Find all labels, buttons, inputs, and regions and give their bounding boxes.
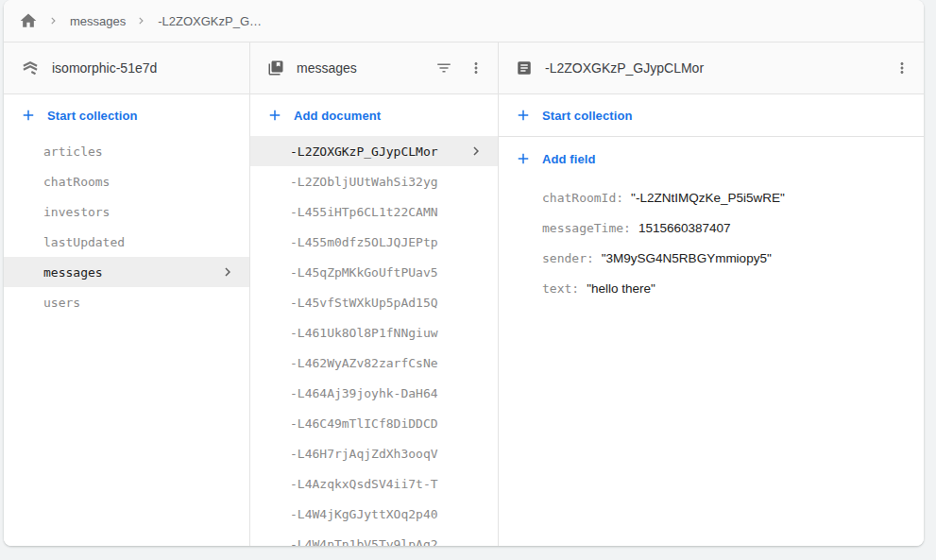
document-list-item[interactable]: -L45qZpMKkGoUftPUav5 <box>250 257 498 287</box>
collection-name: chatRooms <box>43 175 110 189</box>
collection-icon <box>267 59 284 76</box>
collection-list-item[interactable]: chatRooms <box>4 166 249 196</box>
collection-list-item[interactable]: investors <box>4 196 249 227</box>
document-column-body: Start collection Add field chatRoomId: "… <box>499 94 924 546</box>
chevron-right-icon <box>134 13 149 28</box>
add-field-label: Add field <box>542 152 596 166</box>
collection-column-body: Add document -L2ZOXGKzP_GJypCLMor -L2ZOb… <box>250 94 498 546</box>
document-list-item[interactable]: -L46H7rjAqjZdXh3ooqV <box>250 438 498 468</box>
start-collection-button[interactable]: Start collection <box>4 94 249 136</box>
document-list-item[interactable]: -L455iHTp6CL1t22CAMN <box>250 196 498 227</box>
document-list-item[interactable]: -L4W4nTn1bV5Ty9lpAg2 <box>250 529 498 546</box>
document-icon <box>516 59 533 76</box>
collection-column-header: messages <box>250 42 498 94</box>
field-key: text: <box>542 281 579 296</box>
collection-list-item[interactable]: users <box>4 287 249 317</box>
collection-list-item[interactable]: articles <box>4 136 249 166</box>
field-key: sender: <box>542 251 594 265</box>
panel-columns: isomorphic-51e7d Start collection articl… <box>4 42 924 546</box>
fields-list: chatRoomId: "-L2ZNtIMQzKe_P5i5wRE" messa… <box>499 180 924 303</box>
document-id: -L45qZpMKkGoUftPUav5 <box>290 265 438 280</box>
breadcrumb-document[interactable]: -L2ZOXGKzP_G… <box>158 14 262 28</box>
document-column: -L2ZOXGKzP_GJypCLMor Start collection <box>499 42 924 546</box>
start-collection-label: Start collection <box>542 109 633 123</box>
document-list-item[interactable]: -L455m0dfz5OLJQJEPtp <box>250 227 498 257</box>
document-id: -L46H7rjAqjZdXh3ooqV <box>290 447 438 461</box>
document-id: -L455iHTp6CL1t22CAMN <box>290 205 438 219</box>
document-column-header: -L2ZOXGKzP_GJypCLMor <box>499 42 924 94</box>
field-value: "3M9ySG4N5RBGYmmiopy5" <box>602 251 772 265</box>
field-row[interactable]: chatRoomId: "-L2ZNtIMQzKe_P5i5wRE" <box>499 182 924 212</box>
document-id: -L462WyAZv82zarfCsNe <box>290 356 438 370</box>
document-list-item[interactable]: -L45vfStWXkUp5pAd15Q <box>250 287 498 317</box>
firestore-data-panel: messages -L2ZOXGKzP_G… isomorphic-51e7d <box>4 0 924 546</box>
project-title: isomorphic-51e7d <box>52 60 236 76</box>
root-column: isomorphic-51e7d Start collection articl… <box>4 42 250 546</box>
document-id: -L45vfStWXkUp5pAd15Q <box>290 296 438 310</box>
start-collection-label: Start collection <box>47 109 138 123</box>
add-field-button[interactable]: Add field <box>499 137 924 180</box>
document-id: -L4W4nTn1bV5Ty9lpAg2 <box>290 537 438 547</box>
add-document-button[interactable]: Add document <box>250 94 498 136</box>
document-list-item[interactable]: -L2ZObljUUtWahSi32yg <box>250 166 498 196</box>
collection-title: messages <box>297 60 423 76</box>
breadcrumb-collection[interactable]: messages <box>70 14 126 28</box>
plus-icon <box>266 107 283 124</box>
kebab-menu-icon[interactable] <box>893 59 910 76</box>
document-title: -L2ZOXGKzP_GJypCLMor <box>545 60 881 76</box>
document-list-item[interactable]: -L46C49mTlICf8DiDDCD <box>250 408 498 438</box>
document-id: -L2ZObljUUtWahSi32yg <box>290 175 438 189</box>
document-list-item[interactable]: -L461Uk8Ol8P1fNNgiuw <box>250 317 498 348</box>
document-id: -L4AzqkxQsdSV4ii7t-T <box>290 477 438 491</box>
document-id: -L455m0dfz5OLJQJEPtp <box>290 235 438 249</box>
documents-list: -L2ZOXGKzP_GJypCLMor -L2ZObljUUtWahSi32y… <box>250 136 498 546</box>
collection-list-item[interactable]: lastUpdated <box>4 227 249 257</box>
collection-name: messages <box>43 265 103 280</box>
document-list-item[interactable]: -L462WyAZv82zarfCsNe <box>250 348 498 378</box>
field-value: "-L2ZNtIMQzKe_P5i5wRE" <box>631 191 785 205</box>
database-icon <box>21 59 40 77</box>
root-column-body: Start collection articles chatRooms <box>4 94 249 546</box>
collection-name: articles <box>43 144 103 159</box>
filter-list-icon[interactable] <box>435 59 452 76</box>
field-key: chatRoomId: <box>542 191 623 205</box>
document-id: -L2ZOXGKzP_GJypCLMor <box>290 144 438 159</box>
document-id: -L46C49mTlICf8DiDDCD <box>290 416 438 431</box>
chevron-right-icon <box>468 143 485 160</box>
chevron-right-icon <box>219 263 236 280</box>
collections-list: articles chatRooms investors <box>4 136 249 317</box>
document-id: -L4W4jKgGJyttXOq2p40 <box>290 507 438 521</box>
field-key: messageTime: <box>542 221 631 235</box>
document-id: -L464Aj39joyhk-DaH64 <box>290 386 438 400</box>
breadcrumb: messages -L2ZOXGKzP_G… <box>4 0 924 42</box>
document-id: -L461Uk8Ol8P1fNNgiuw <box>290 326 438 340</box>
document-list-item[interactable]: -L4AzqkxQsdSV4ii7t-T <box>250 468 498 499</box>
field-value: "hello there" <box>587 281 655 296</box>
start-collection-button[interactable]: Start collection <box>499 94 924 137</box>
collection-name: lastUpdated <box>43 235 125 249</box>
collection-name: investors <box>43 205 110 219</box>
collection-name: users <box>43 296 80 310</box>
document-list-item[interactable]: -L4W4jKgGJyttXOq2p40 <box>250 499 498 529</box>
chevron-right-icon <box>46 13 61 28</box>
plus-icon <box>515 150 532 167</box>
root-column-header: isomorphic-51e7d <box>4 42 249 94</box>
home-icon[interactable] <box>19 11 38 30</box>
kebab-menu-icon[interactable] <box>468 59 485 76</box>
field-row[interactable]: text: "hello there" <box>499 273 924 303</box>
document-list-item[interactable]: -L2ZOXGKzP_GJypCLMor <box>250 136 498 166</box>
field-row[interactable]: sender: "3M9ySG4N5RBGYmmiopy5" <box>499 243 924 273</box>
document-list-item[interactable]: -L464Aj39joyhk-DaH64 <box>250 378 498 408</box>
plus-icon <box>20 107 37 124</box>
plus-icon <box>515 107 532 124</box>
add-document-label: Add document <box>294 109 381 123</box>
field-value: 1515660387407 <box>638 221 731 235</box>
collection-column: messages Add document <box>250 42 499 546</box>
collection-list-item[interactable]: messages <box>4 257 249 287</box>
field-row[interactable]: messageTime: 1515660387407 <box>499 212 924 243</box>
